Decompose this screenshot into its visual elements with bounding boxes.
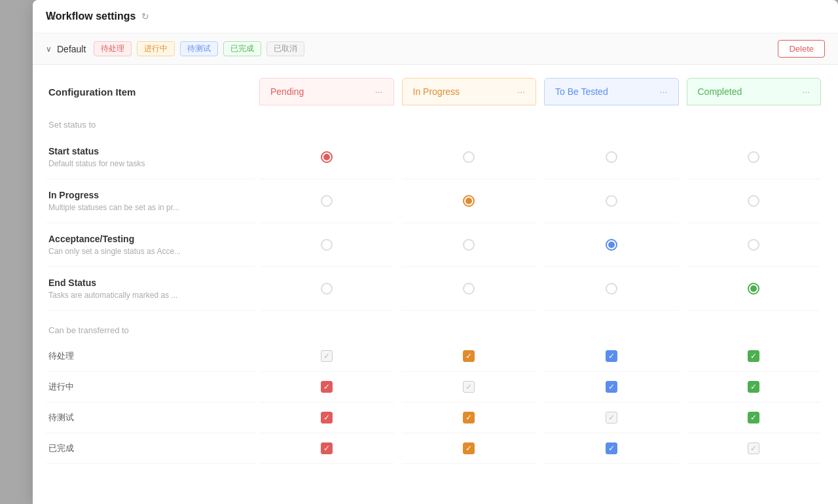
tag-inprogress[interactable]: 进行中 [137, 41, 175, 56]
end-status-inprogress-radio[interactable] [402, 267, 537, 311]
delete-button[interactable]: Delete [778, 40, 825, 58]
transfer-pending-completed[interactable]: ✓ [687, 341, 822, 372]
cb-inprogress-tobetested[interactable]: ✓ [606, 381, 617, 393]
radio-inprogress-inprogress[interactable] [463, 195, 475, 207]
cb-pending-tobetested[interactable]: ✓ [606, 350, 617, 362]
transfer-tobetested-inprogress[interactable]: ✓ [402, 403, 537, 433]
transfer-tobetested-tobetested[interactable]: ✓ [544, 403, 679, 433]
end-status-pending-radio[interactable] [259, 267, 394, 311]
transfer-completed-tobetested[interactable]: ✓ [544, 433, 679, 464]
cb-tobetested-tobetested[interactable]: ✓ [606, 412, 617, 423]
radio-inprogress-tobetested[interactable] [606, 195, 617, 207]
set-status-section: Set status to [46, 105, 825, 135]
radio-start-pending[interactable] [321, 151, 333, 163]
transfer-label-pending: 待处理 [46, 341, 255, 372]
inprogress-tobetested-radio[interactable] [544, 179, 679, 223]
settings-grid: Configuration Item Pending ··· In Progre… [46, 78, 825, 464]
column-header-completed: Completed ··· [687, 78, 822, 105]
cb-inprogress-inprogress[interactable]: ✓ [463, 381, 475, 393]
refresh-icon[interactable]: ↻ [141, 11, 152, 22]
inprogress-inprogress-radio[interactable] [402, 179, 537, 223]
radio-acceptance-tobetested[interactable] [606, 239, 617, 251]
radio-inprogress-completed[interactable] [748, 195, 759, 207]
cb-tobetested-pending[interactable]: ✓ [321, 412, 333, 423]
transfer-tobetested-pending[interactable]: ✓ [259, 403, 394, 433]
end-status-config-item: End Status Tasks are automatically marke… [46, 267, 255, 311]
start-status-completed-radio[interactable] [687, 135, 822, 179]
cb-completed-inprogress[interactable]: ✓ [463, 442, 475, 454]
radio-start-completed[interactable] [748, 151, 759, 163]
cb-inprogress-completed[interactable]: ✓ [748, 381, 759, 393]
transfer-inprogress-tobetested[interactable]: ✓ [544, 372, 679, 403]
end-status-tobetested-radio[interactable] [544, 267, 679, 311]
transfer-completed-pending[interactable]: ✓ [259, 433, 394, 464]
acceptance-completed-radio[interactable] [687, 223, 822, 267]
acceptance-inprogress-radio[interactable] [402, 223, 537, 267]
start-status-pending-radio[interactable] [259, 135, 394, 179]
inprogress-config-item: In Progress Multiple statuses can be set… [46, 179, 255, 223]
radio-start-inprogress[interactable] [463, 151, 475, 163]
cb-inprogress-pending[interactable]: ✓ [321, 381, 333, 393]
transfer-pending-inprogress[interactable]: ✓ [402, 341, 537, 372]
transfer-completed-inprogress[interactable]: ✓ [402, 433, 537, 464]
cb-completed-pending[interactable]: ✓ [321, 442, 333, 454]
acceptance-config-item: Acceptance/Testing Can only set a single… [46, 223, 255, 267]
cb-tobetested-inprogress[interactable]: ✓ [463, 412, 475, 423]
tobetested-menu-icon[interactable]: ··· [660, 86, 668, 97]
radio-acceptance-pending[interactable] [321, 239, 333, 251]
acceptance-pending-radio[interactable] [259, 223, 394, 267]
cb-tobetested-completed[interactable]: ✓ [748, 412, 759, 423]
can-transfer-section: Can be transferred to [46, 311, 825, 341]
column-header-pending: Pending ··· [259, 78, 394, 105]
transfer-label-completed: 已完成 [46, 433, 255, 464]
cb-pending-pending[interactable]: ✓ [321, 350, 333, 362]
close-button[interactable]: × [45, 9, 60, 25]
transfer-inprogress-inprogress[interactable]: ✓ [402, 372, 537, 403]
inprogress-completed-radio[interactable] [687, 179, 822, 223]
radio-start-tobetested[interactable] [606, 151, 617, 163]
column-header-tobetested: To Be Tested ··· [544, 78, 679, 105]
transfer-pending-tobetested[interactable]: ✓ [544, 341, 679, 372]
chevron-icon[interactable]: ∨ [46, 45, 52, 54]
tag-cancelled[interactable]: 已取消 [266, 41, 304, 56]
tag-pending[interactable]: 待处理 [94, 41, 132, 56]
content-area: Configuration Item Pending ··· In Progre… [33, 65, 838, 504]
modal-header: Workflow settings ↻ [33, 0, 838, 33]
transfer-completed-completed[interactable]: ✓ [687, 433, 822, 464]
radio-end-pending[interactable] [321, 283, 333, 295]
radio-end-tobetested[interactable] [606, 283, 617, 295]
transfer-inprogress-completed[interactable]: ✓ [687, 372, 822, 403]
cb-completed-tobetested[interactable]: ✓ [606, 442, 617, 454]
pending-menu-icon[interactable]: ··· [375, 86, 383, 97]
start-status-config-item: Start status Default status for new task… [46, 135, 255, 179]
acceptance-tobetested-radio[interactable] [544, 223, 679, 267]
inprogress-menu-icon[interactable]: ··· [517, 86, 525, 97]
radio-inprogress-pending[interactable] [321, 195, 333, 207]
cb-pending-inprogress[interactable]: ✓ [463, 350, 475, 362]
config-item-header: Configuration Item [46, 78, 255, 105]
cb-completed-completed[interactable]: ✓ [748, 442, 759, 454]
radio-end-inprogress[interactable] [463, 283, 475, 295]
end-status-completed-radio[interactable] [687, 267, 822, 311]
tag-completed[interactable]: 已完成 [223, 41, 261, 56]
radio-end-completed[interactable] [748, 283, 759, 295]
inprogress-pending-radio[interactable] [259, 179, 394, 223]
start-status-tobetested-radio[interactable] [544, 135, 679, 179]
toolbar: ∨ Default 待处理 进行中 待测试 已完成 已取消 Delete [33, 33, 838, 65]
tag-tobetested[interactable]: 待测试 [180, 41, 218, 56]
cb-pending-completed[interactable]: ✓ [748, 350, 759, 362]
transfer-label-inprogress: 进行中 [46, 372, 255, 403]
transfer-pending-pending[interactable]: ✓ [259, 341, 394, 372]
radio-acceptance-inprogress[interactable] [463, 239, 475, 251]
start-status-inprogress-radio[interactable] [402, 135, 537, 179]
workflow-name: Default [57, 44, 86, 54]
completed-menu-icon[interactable]: ··· [802, 86, 810, 97]
transfer-label-tobetested: 待测试 [46, 403, 255, 433]
transfer-inprogress-pending[interactable]: ✓ [259, 372, 394, 403]
column-header-inprogress: In Progress ··· [402, 78, 537, 105]
workflow-settings-modal: × Workflow settings ↻ ∨ Default 待处理 进行中 … [33, 0, 838, 504]
transfer-tobetested-completed[interactable]: ✓ [687, 403, 822, 433]
radio-acceptance-completed[interactable] [748, 239, 759, 251]
